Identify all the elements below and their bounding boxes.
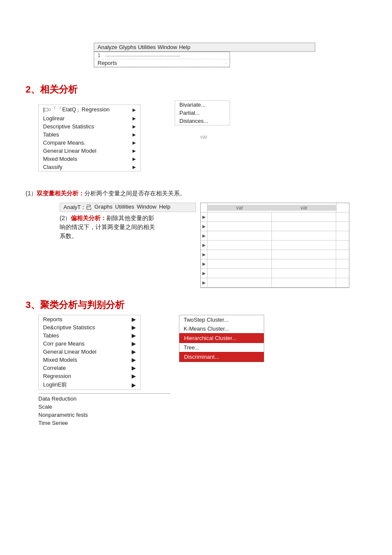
menu-bar[interactable]: Analyze Glyphs Utilities Window Help (94, 43, 315, 52)
s3-corr-means-label: Corr pare Means (43, 340, 85, 347)
distances-item[interactable]: Distances... (175, 117, 230, 125)
tree-item[interactable]: Tree... (179, 343, 264, 352)
bivariate-item[interactable]: Bivariate... (175, 101, 230, 109)
s3-loglirie[interactable]: LogliriE前 ▶ (39, 380, 140, 389)
desc1-prefix: (1） (26, 190, 37, 197)
cell-1-1[interactable] (208, 212, 272, 221)
desc2-text3: 系数。 (60, 232, 78, 239)
arrow-6: ▶ (201, 259, 208, 268)
menu-item-descriptive[interactable]: Descriptive Statistics ▶ (39, 122, 140, 131)
cell-3-2[interactable] (272, 231, 336, 240)
discriminant-item[interactable]: Discriminant... (179, 352, 264, 362)
cell-6-2[interactable] (272, 259, 336, 268)
grid-row-5: ▶ (201, 250, 349, 259)
cell-1-2[interactable] (272, 212, 336, 221)
s3-regression[interactable]: Regression ▶ (39, 372, 140, 380)
section2b-menubar: AnalyT：已 Graphs Utiilities Window Help (60, 203, 196, 212)
cell-8-2[interactable] (272, 278, 336, 287)
desc1-bold: 双变量相关分析： (37, 190, 84, 197)
section2b-desc: (2）偏相关分析：剔除其他变量的影 响的情况下，计算两变量之间的相关 系数。 (60, 214, 196, 241)
s3-corr-means[interactable]: Corr pare Means ▶ (39, 340, 140, 348)
s3-descriptive-arrow: ▶ (132, 324, 136, 331)
s3-glm-arrow: ▶ (132, 349, 136, 355)
partial-item[interactable]: Partial... (175, 109, 230, 117)
menu-item-regression[interactable]: |□○「「ElatQ」Regression ▶ (39, 105, 140, 114)
s3-regression-arrow: ▶ (132, 373, 136, 379)
desc2-text1: 剔除其他变量的影 (107, 215, 154, 221)
descriptive-arrow: ▶ (133, 124, 136, 129)
s3-nonparametric[interactable]: Nonparametric fests (38, 411, 170, 419)
kmeans-cluster[interactable]: K-Means Cluster... (179, 324, 264, 333)
section2b-left: AnalyT：已 Graphs Utiilities Window Help (… (60, 203, 196, 288)
grid-row-8: ▶ (201, 278, 349, 288)
grid-arrow-header (201, 203, 208, 212)
utilities-menu[interactable]: Utilities (138, 44, 156, 50)
graphs-menu[interactable]: Graphs (94, 203, 112, 211)
section2-right-area: Bivariate... Partial... Distances... var (175, 100, 230, 171)
classify-arrow: ▶ (133, 165, 136, 169)
twostep-cluster[interactable]: TwoStep Cluster... (179, 315, 264, 324)
compare-means-label: Compare Means. (43, 139, 86, 146)
tables-label: Tables (43, 131, 59, 138)
s3-data-reduction[interactable]: Data Reduction (38, 395, 170, 403)
glm-label: General Linear Model (43, 148, 96, 154)
grid-extra-col (336, 203, 349, 212)
section2-content: |□○「「ElatQ」Regression ▶ Loglirear ▶ Desc… (26, 100, 392, 171)
row-number: 1 (98, 52, 104, 58)
s3-glm[interactable]: General Linear Model ▶ (39, 348, 140, 356)
s3-tables-arrow: ▶ (132, 332, 136, 339)
s3-corr-means-arrow: ▶ (132, 340, 136, 347)
menu-item-compare-means[interactable]: Compare Means. ▶ (39, 139, 140, 147)
s3-mixed[interactable]: Mixed Models ▶ (39, 356, 140, 364)
menu-item-tables[interactable]: Tables ▶ (39, 131, 140, 139)
section3-title: 3、聚类分析与判别分析 (26, 299, 392, 311)
help2-menu[interactable]: Help (159, 203, 170, 211)
s3-regression-label: Regression (43, 373, 71, 379)
mixed-models-label: Mixed Models (43, 156, 77, 162)
help-menu[interactable]: Help (179, 44, 190, 50)
s3-loglirie-arrow: ▶ (132, 382, 136, 388)
window2-menu[interactable]: Window (137, 203, 156, 211)
cell-4-2[interactable] (272, 241, 336, 250)
cell-4-1[interactable] (208, 241, 272, 250)
desc2-bold: 偏相关分析： (71, 215, 107, 221)
cell-5-1[interactable] (208, 250, 272, 259)
s3-reports[interactable]: Reports ▶ (39, 315, 140, 323)
cell-6-1[interactable] (208, 259, 272, 268)
top-menu-area: Analyze Glyphs Utilities Window Help 1 -… (94, 43, 315, 67)
s3-tables[interactable]: Tables ▶ (39, 331, 140, 340)
s3-descriptive[interactable]: De&criptive Statistics ▶ (39, 323, 140, 331)
grid-header-var1: var (208, 205, 272, 211)
glyphs-menu[interactable]: Glyphs (119, 44, 136, 50)
cell-7-2[interactable] (272, 269, 336, 278)
window-menu[interactable]: Window (158, 44, 177, 50)
utiilities-menu[interactable]: Utiilities (115, 203, 134, 211)
loglirear-arrow: ▶ (133, 116, 136, 121)
reports-menu-item[interactable]: Reports · (94, 59, 230, 67)
cell-2-1[interactable] (208, 222, 272, 231)
menu-item-classify[interactable]: Classify ▶ (39, 163, 140, 171)
glm-arrow: ▶ (133, 148, 136, 153)
arrow-7: ▶ (201, 269, 208, 278)
menu-item-glm[interactable]: General Linear Model ▶ (39, 147, 140, 155)
cell-7-1[interactable] (208, 269, 272, 278)
menu-item-loglirear[interactable]: Loglirear ▶ (39, 114, 140, 122)
hierarchical-cluster[interactable]: Hierarchical Cluster... (179, 333, 264, 343)
s3-loglirie-label: LogliriE前 (43, 381, 67, 389)
cell-5-2[interactable] (272, 250, 336, 259)
grid-header-var2: var (272, 205, 336, 211)
correlate-submenu: Bivariate... Partial... Distances... (175, 100, 230, 125)
s3-correlate[interactable]: Correlate ▶ (39, 364, 140, 372)
desc2-prefix: (2） (60, 215, 71, 221)
analyt-menu[interactable]: AnalyT：已 (63, 203, 92, 211)
s3-scale[interactable]: Scale (38, 403, 170, 411)
analyze-menu[interactable]: Analyze (98, 44, 117, 50)
s3-time-series[interactable]: Time Seriee (38, 419, 170, 427)
cell-8-1[interactable] (208, 278, 272, 287)
cell-2-2[interactable] (272, 222, 336, 231)
regression-arrow: ▶ (133, 108, 136, 112)
menu-item-mixed-models[interactable]: Mixed Models ▶ (39, 155, 140, 163)
arrow-2: ▶ (201, 222, 208, 231)
classify-submenu: TwoStep Cluster... K-Means Cluster... Hi… (179, 315, 264, 362)
cell-3-1[interactable] (208, 231, 272, 240)
